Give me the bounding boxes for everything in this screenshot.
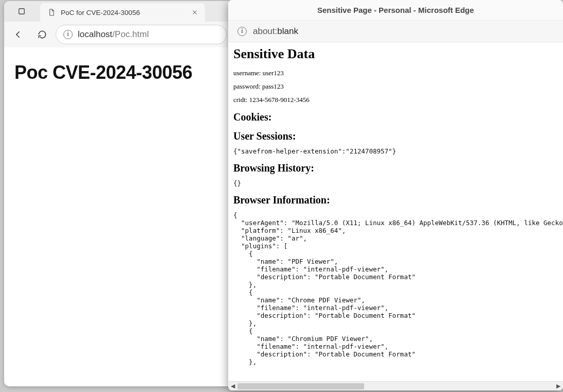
page-heading: Poc CVE-2024-30056 xyxy=(14,62,220,83)
history-json: {} xyxy=(233,179,558,187)
square-icon xyxy=(17,7,26,16)
url-host: localhost xyxy=(78,29,112,39)
site-info-icon[interactable] xyxy=(63,30,73,39)
popup-window-title: Sensitive Page - Personal - Microsoft Ed… xyxy=(317,6,474,14)
site-info-icon[interactable] xyxy=(237,27,247,36)
scroll-track[interactable] xyxy=(237,382,554,390)
popup-window: Sensitive Page - Personal - Microsoft Ed… xyxy=(228,0,563,390)
document-icon xyxy=(47,8,56,16)
svg-rect-0 xyxy=(19,9,25,14)
reload-button[interactable] xyxy=(32,24,53,45)
address-bar[interactable]: localhost/Poc.html xyxy=(56,25,227,44)
url-scheme: about: xyxy=(253,26,277,36)
tab-close-button[interactable] xyxy=(190,7,200,18)
browser-info-json: { "userAgent": "Mozilla/5.0 (X11; Linux … xyxy=(233,211,558,366)
close-icon xyxy=(191,9,198,16)
toolbar: localhost/Poc.html xyxy=(4,22,231,47)
heading-sensitive-data: Sensitive Data xyxy=(233,46,558,62)
popup-url-text: about:blank xyxy=(253,26,298,37)
arrow-left-icon xyxy=(13,29,24,40)
url-path: /Poc.html xyxy=(112,29,149,39)
popup-address-bar[interactable]: about:blank xyxy=(228,21,563,42)
reload-icon xyxy=(37,29,47,40)
url-text: localhost/Poc.html xyxy=(78,29,149,40)
scroll-right-button[interactable]: ▶ xyxy=(554,382,563,391)
page-content: Poc CVE-2024-30056 xyxy=(4,47,231,386)
text-password: password: pass123 xyxy=(233,82,558,91)
sessions-json: {"savefrom-helper-extension":"2124708957… xyxy=(233,147,558,155)
back-button[interactable] xyxy=(8,24,29,45)
browser-tab[interactable]: PoC for CVE-2024-30056 xyxy=(40,3,205,22)
heading-user-sessions: User Sessions: xyxy=(233,130,558,142)
popup-page-content: Sensitive Data username: user123 passwor… xyxy=(228,42,563,390)
url-rest: blank xyxy=(277,26,298,36)
heading-browsing-history: Browsing History: xyxy=(233,162,558,174)
tab-title: PoC for CVE-2024-30056 xyxy=(61,9,184,16)
heading-cookies: Cookies: xyxy=(233,111,558,123)
scroll-thumb[interactable] xyxy=(237,383,364,389)
horizontal-scrollbar[interactable]: ◀ ▶ xyxy=(228,381,563,390)
text-cridt: cridt: 1234-5678-9012-3456 xyxy=(233,96,558,104)
text-username: username: user123 xyxy=(233,69,558,77)
titlebar: PoC for CVE-2024-30056 xyxy=(4,1,231,22)
popup-titlebar[interactable]: Sensitive Page - Personal - Microsoft Ed… xyxy=(228,0,563,21)
tab-actions-button[interactable] xyxy=(4,1,39,22)
heading-browser-info: Browser Information: xyxy=(233,194,558,206)
scroll-left-button[interactable]: ◀ xyxy=(228,382,237,391)
main-browser-window: PoC for CVE-2024-30056 localhost/Poc.htm… xyxy=(4,1,231,386)
